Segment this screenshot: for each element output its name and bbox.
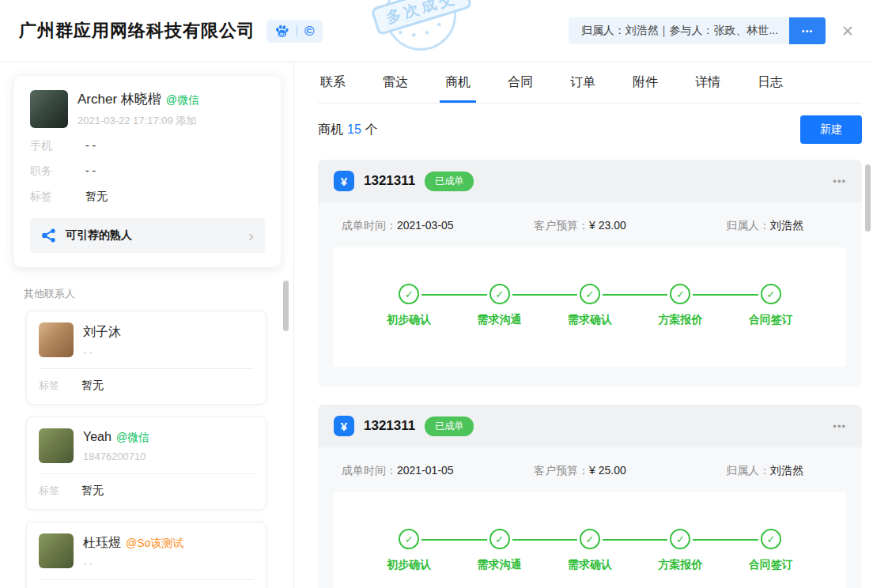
- check-icon: ✓: [670, 529, 690, 549]
- check-icon: ✓: [761, 284, 781, 304]
- pipeline-step: ✓ 需求沟通: [454, 529, 544, 572]
- star-icon: ★: [436, 21, 442, 28]
- added-time: 2021-03-22 17:17:09 添加: [77, 114, 199, 128]
- check-icon: ✓: [489, 529, 510, 549]
- tab-contacts[interactable]: 联系: [320, 62, 346, 103]
- close-icon[interactable]: ✕: [841, 24, 854, 39]
- check-icon: ✓: [580, 284, 600, 304]
- channel-tag: @微信: [166, 93, 199, 106]
- card-more-icon[interactable]: •••: [833, 175, 846, 187]
- opportunity-card: ¥ 1321311 已成单 ••• 成单时间：2021-01-05 客户预算：¥…: [318, 405, 862, 588]
- field-row: 标签 暂无: [30, 190, 265, 204]
- check-icon: ✓: [489, 284, 510, 304]
- card-more-icon[interactable]: •••: [833, 420, 846, 432]
- opportunity-card-header: ¥ 1321311 已成单 •••: [318, 160, 862, 202]
- svg-text:du: du: [279, 31, 285, 36]
- sidebar-scrollbar[interactable]: [283, 281, 289, 331]
- main-panel: 联系 雷达 商机 合同 订单 附件 详情 日志 商机15个 新建 ¥ 13213…: [294, 62, 873, 588]
- star-icon: ★: [424, 28, 430, 36]
- badge-divider: [297, 25, 297, 36]
- opportunity-id: 1321311: [364, 173, 415, 189]
- tab-bar: 联系 雷达 商机 合同 订单 附件 详情 日志: [318, 62, 862, 104]
- channel-tag: @微信: [116, 431, 149, 443]
- avatar: [39, 428, 74, 463]
- opportunity-count: 15: [347, 122, 361, 136]
- contact-sub: - -: [83, 346, 126, 358]
- source-badge[interactable]: du ©: [266, 20, 323, 43]
- contact-card[interactable]: Yeah@微信 18476200710 标签 暂无: [26, 416, 266, 510]
- avatar: [30, 90, 68, 128]
- contact-card[interactable]: 杜珏煜@So该测试 - - 标签 暂无: [26, 522, 266, 588]
- check-icon: ✓: [670, 284, 690, 304]
- aiqicha-icon: ©: [304, 24, 315, 38]
- status-badge: 已成单: [425, 172, 474, 191]
- main-scrollbar[interactable]: [865, 164, 871, 232]
- pipeline-step: ✓ 初步确认: [364, 529, 454, 572]
- star-icon: ★: [410, 31, 417, 39]
- status-badge: 已成单: [425, 416, 474, 436]
- chevron-right-icon: ›: [248, 228, 254, 243]
- pipeline-step: ✓ 方案报价: [635, 529, 725, 572]
- pipeline-panel: ✓ 初步确认 ✓ 需求沟通 ✓ 需求确认 ✓ 方案报价: [334, 247, 846, 367]
- opportunity-meta: 成单时间：2021-01-05 客户预算：¥ 25.00 归属人：刘浩然: [318, 447, 862, 478]
- profile-card: Archer 林晓楷@微信 2021-03-22 17:17:09 添加 手机 …: [13, 75, 282, 268]
- owner-bar-text: 归属人：刘浩然｜参与人：张政、林世...: [581, 24, 778, 38]
- tab-opportunities[interactable]: 商机: [445, 62, 471, 103]
- owner-bar[interactable]: 归属人：刘浩然｜参与人：张政、林世... •••: [569, 17, 826, 44]
- avatar: [39, 533, 74, 568]
- opportunity-card: ¥ 1321311 已成单 ••• 成单时间：2021-03-05 客户预算：¥…: [318, 160, 862, 387]
- contact-sub: - -: [83, 557, 183, 569]
- star-icon: ★: [384, 21, 391, 28]
- contact-name: Archer 林晓楷@微信: [77, 90, 199, 108]
- repeat-deal-stamp: ★ ★ ★ ★ ★ 多次成交: [375, 0, 468, 65]
- stamp-arc: [392, 2, 429, 22]
- more-button[interactable]: •••: [789, 17, 826, 44]
- referral-bar[interactable]: 可引荐的熟人 ›: [30, 218, 265, 253]
- yuan-icon: ¥: [334, 416, 354, 436]
- tab-contracts[interactable]: 合同: [508, 62, 533, 103]
- pipeline-step: ✓ 需求确认: [545, 284, 635, 327]
- check-icon: ✓: [399, 529, 419, 549]
- stamp-circle: [385, 0, 456, 51]
- pipeline-step: ✓ 合同签订: [726, 529, 816, 572]
- pipeline-step: ✓ 需求确认: [545, 529, 635, 572]
- customer-header: 广州群应用网络科技有限公司 du © ★ ★ ★ ★ ★ 多次成交 归属人：刘浩…: [0, 0, 873, 62]
- yuan-icon: ¥: [334, 171, 354, 191]
- field-row: 职务 - -: [30, 164, 265, 179]
- check-icon: ✓: [580, 529, 600, 549]
- page-title: 广州群应用网络科技有限公司: [19, 19, 255, 43]
- contact-sidebar: Archer 林晓楷@微信 2021-03-22 17:17:09 添加 手机 …: [0, 62, 294, 588]
- opportunity-meta: 成单时间：2021-03-05 客户预算：¥ 23.00 归属人：刘浩然: [318, 202, 862, 233]
- tab-logs[interactable]: 日志: [758, 62, 783, 103]
- contact-name: 杜珏煜@So该测试: [83, 535, 183, 552]
- tab-details[interactable]: 详情: [695, 62, 720, 103]
- check-icon: ✓: [399, 284, 419, 304]
- pipeline-step: ✓ 合同签订: [726, 284, 816, 327]
- tab-attachments[interactable]: 附件: [633, 62, 658, 103]
- baidu-paw-icon: du: [274, 24, 289, 38]
- field-row: 手机 - -: [30, 139, 265, 153]
- new-opportunity-button[interactable]: 新建: [800, 115, 862, 144]
- other-contacts-title: 其他联系人: [24, 287, 293, 301]
- share-network-icon: [41, 228, 57, 243]
- opportunity-card-header: ¥ 1321311 已成单 •••: [318, 405, 862, 447]
- pipeline-step: ✓ 需求沟通: [454, 284, 544, 327]
- pipeline-panel: ✓ 初步确认 ✓ 需求沟通 ✓ 需求确认 ✓ 方案报价: [334, 492, 846, 588]
- contact-card[interactable]: 刘子沐 - - 标签 暂无: [26, 311, 266, 405]
- star-icon: ★: [397, 28, 403, 36]
- opportunity-id: 1321311: [364, 418, 415, 434]
- check-icon: ✓: [761, 529, 781, 549]
- contact-name: 刘子沐: [83, 324, 126, 341]
- pipeline-step: ✓ 方案报价: [635, 284, 725, 327]
- opportunity-counter: 商机15个: [318, 122, 378, 138]
- referral-label: 可引荐的熟人: [66, 228, 132, 243]
- tab-radar[interactable]: 雷达: [383, 62, 408, 103]
- avatar: [39, 322, 74, 357]
- pipeline-step: ✓ 初步确认: [364, 284, 454, 327]
- contact-sub: 18476200710: [83, 450, 149, 462]
- channel-tag: @So该测试: [126, 537, 183, 549]
- tab-orders[interactable]: 订单: [570, 62, 595, 103]
- contact-name: Yeah@微信: [83, 430, 149, 445]
- stamp-text: 多次成交: [370, 0, 472, 36]
